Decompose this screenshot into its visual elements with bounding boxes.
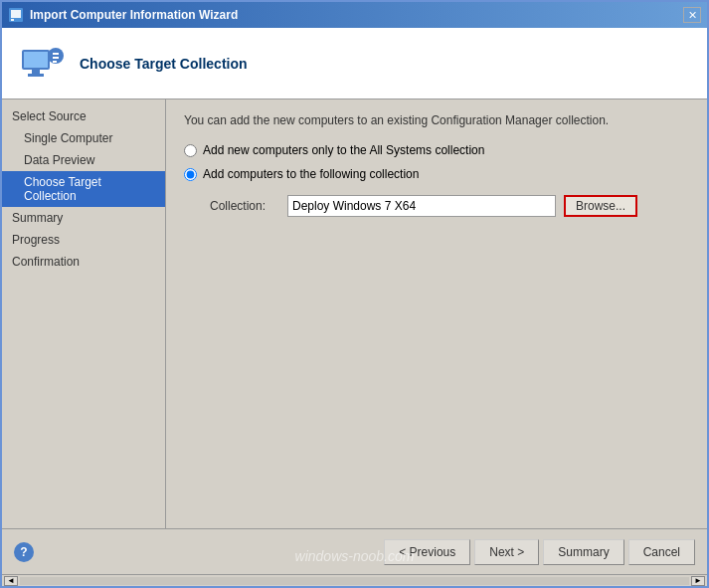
radio2-label: Add computers to the following collectio… <box>203 167 419 181</box>
svg-rect-9 <box>53 57 59 59</box>
collection-row: Collection: Browse... <box>210 195 689 217</box>
help-icon[interactable]: ? <box>14 542 34 562</box>
svg-rect-2 <box>11 19 14 21</box>
radio-following-collection[interactable] <box>184 168 197 181</box>
radio-row-2: Add computers to the following collectio… <box>184 167 689 181</box>
svg-rect-4 <box>24 52 48 68</box>
content-area: You can add the new computers to an exis… <box>166 99 707 528</box>
radio-group: Add new computers only to the All System… <box>184 143 689 181</box>
radio-all-systems[interactable] <box>184 144 197 157</box>
scroll-right-button[interactable]: ► <box>691 576 705 586</box>
sidebar-item-summary[interactable]: Summary <box>2 207 165 229</box>
svg-rect-10 <box>53 61 57 63</box>
sidebar-item-choose-target[interactable]: Choose Target Collection <box>2 171 165 207</box>
app-icon <box>8 7 24 23</box>
title-bar: Import Computer Information Wizard ✕ <box>2 2 707 28</box>
sidebar-item-confirmation[interactable]: Confirmation <box>2 251 165 273</box>
footer: ? < Previous Next > Summary Cancel <box>2 528 707 574</box>
sidebar: Select Source Single Computer Data Previ… <box>2 99 166 528</box>
svg-rect-1 <box>11 10 21 18</box>
previous-button[interactable]: < Previous <box>384 539 470 565</box>
radio-row-1: Add new computers only to the All System… <box>184 143 689 157</box>
wizard-window: Import Computer Information Wizard ✕ Cho… <box>0 0 709 588</box>
collection-input[interactable] <box>287 195 556 217</box>
title-bar-left: Import Computer Information Wizard <box>8 7 238 23</box>
collection-label: Collection: <box>210 199 279 213</box>
footer-left: ? <box>14 542 34 562</box>
header-section: Choose Target Collection <box>2 28 707 99</box>
next-button[interactable]: Next > <box>474 539 539 565</box>
svg-rect-8 <box>53 53 59 55</box>
header-title: Choose Target Collection <box>80 56 248 72</box>
summary-button[interactable]: Summary <box>543 539 623 565</box>
info-text: You can add the new computers to an exis… <box>184 113 689 127</box>
browse-button[interactable]: Browse... <box>564 195 637 217</box>
scrollbar-area: ◄ ► <box>2 574 707 586</box>
window-title: Import Computer Information Wizard <box>30 8 238 22</box>
close-button[interactable]: ✕ <box>683 7 701 23</box>
sidebar-item-data-preview[interactable]: Data Preview <box>2 149 165 171</box>
svg-rect-6 <box>28 74 44 77</box>
scroll-left-button[interactable]: ◄ <box>4 576 18 586</box>
sidebar-item-single-computer[interactable]: Single Computer <box>2 127 165 149</box>
sidebar-item-select-source[interactable]: Select Source <box>2 105 165 127</box>
radio1-label: Add new computers only to the All System… <box>203 143 484 157</box>
footer-buttons: < Previous Next > Summary Cancel <box>384 539 695 565</box>
svg-rect-5 <box>32 70 40 74</box>
main-body: Select Source Single Computer Data Previ… <box>2 99 707 528</box>
cancel-button[interactable]: Cancel <box>628 539 695 565</box>
header-icon <box>18 40 66 88</box>
sidebar-item-progress[interactable]: Progress <box>2 229 165 251</box>
scroll-track <box>20 577 689 585</box>
